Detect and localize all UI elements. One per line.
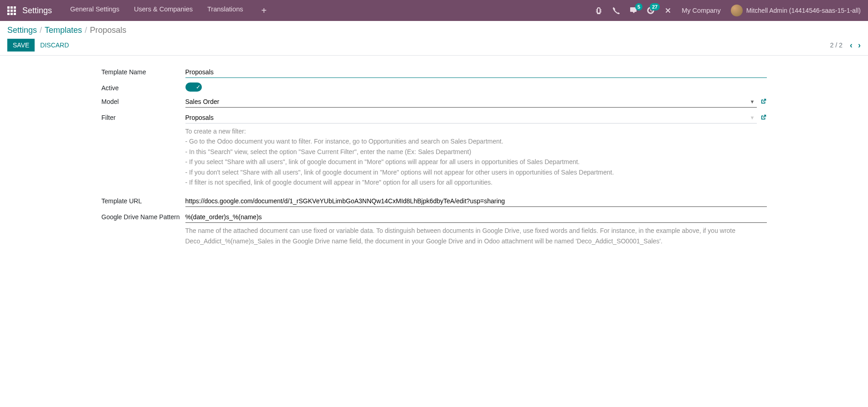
tools-icon[interactable] (664, 7, 672, 14)
apps-icon[interactable] (7, 6, 16, 15)
messages-badge: 5 (635, 3, 642, 10)
label-filter: Filter (102, 112, 185, 121)
activities-icon[interactable]: 27 (647, 7, 654, 14)
messages-icon[interactable]: 5 (630, 7, 637, 14)
model-field[interactable] (185, 96, 757, 108)
template-url-field[interactable] (185, 196, 767, 207)
user-menu[interactable]: Mitchell Admin (14414546-saas-15-1-all) (731, 5, 861, 16)
activities-badge: 27 (650, 3, 660, 10)
menu-translations[interactable]: Translations (207, 5, 243, 16)
label-template-name: Template Name (102, 67, 185, 76)
control-panel: Settings / Templates / Proposals SAVE DI… (0, 21, 868, 55)
breadcrumb: Settings / Templates / Proposals (7, 26, 861, 35)
pager-prev-icon[interactable]: ‹ (850, 41, 853, 50)
label-active: Active (102, 82, 185, 92)
save-button[interactable]: SAVE (7, 39, 35, 52)
menu-users-companies[interactable]: Users & Companies (134, 5, 193, 16)
debug-icon[interactable] (595, 7, 602, 14)
top-menu: General Settings Users & Companies Trans… (70, 5, 267, 16)
label-template-url: Template URL (102, 196, 185, 205)
avatar (731, 5, 743, 16)
app-brand: Settings (22, 6, 52, 15)
discard-button[interactable]: DISCARD (40, 41, 69, 49)
phone-icon[interactable] (612, 7, 620, 14)
breadcrumb-root[interactable]: Settings (7, 26, 37, 35)
active-toggle[interactable]: ✓ (185, 82, 202, 92)
pattern-help-text: The name of the attached document can us… (185, 226, 767, 246)
filter-field[interactable] (185, 112, 757, 124)
name-pattern-field[interactable] (185, 211, 767, 223)
company-selector[interactable]: My Company (682, 7, 720, 14)
check-icon: ✓ (196, 84, 200, 90)
menu-general-settings[interactable]: General Settings (70, 5, 119, 16)
user-name: Mitchell Admin (14414546-saas-15-1-all) (746, 7, 861, 14)
filter-help-text: To create a new filter: - Go to the Odoo… (185, 126, 767, 187)
main-navbar: Settings General Settings Users & Compan… (0, 0, 868, 21)
filter-external-link-icon[interactable] (760, 114, 767, 122)
pager-next-icon[interactable]: › (858, 41, 861, 50)
label-name-pattern: Google Drive Name Pattern (102, 211, 185, 221)
pager-count[interactable]: 2 / 2 (830, 41, 842, 49)
chevron-down-icon[interactable]: ▼ (750, 115, 755, 120)
label-model: Model (102, 96, 185, 105)
model-external-link-icon[interactable] (760, 98, 767, 106)
navbar-right: 5 27 My Company Mitchell Admin (14414546… (595, 5, 861, 16)
breadcrumb-current: Proposals (90, 26, 126, 35)
breadcrumb-parent[interactable]: Templates (45, 26, 82, 35)
chevron-down-icon[interactable]: ▼ (750, 99, 755, 104)
form-sheet: Template Name Active ✓ Model ▼ Filter (94, 56, 774, 262)
template-name-field[interactable] (185, 67, 767, 78)
menu-plus-icon[interactable]: + (261, 5, 267, 16)
pager: 2 / 2 ‹ › (830, 41, 861, 50)
